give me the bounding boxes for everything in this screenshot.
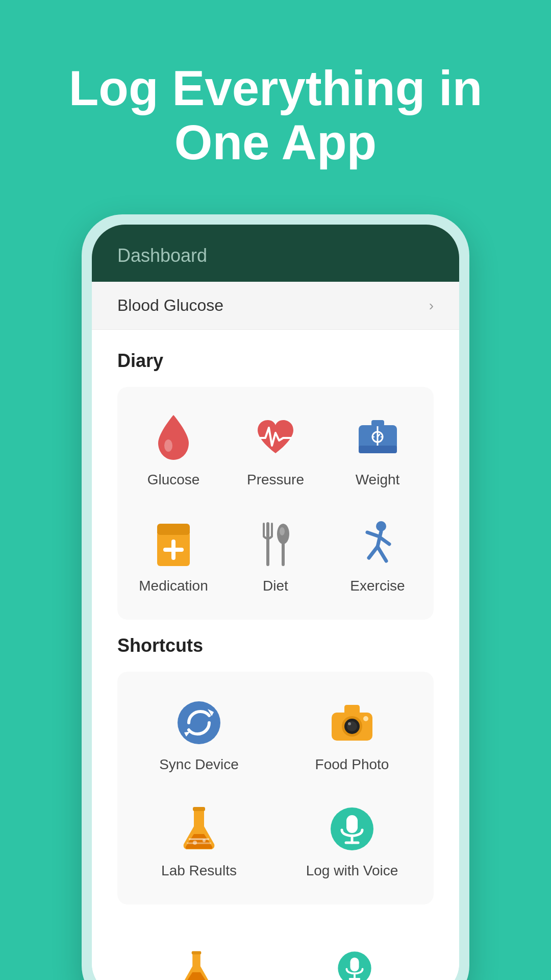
blood-glucose-row[interactable]: Blood Glucose ›	[92, 282, 459, 330]
svg-rect-4	[371, 420, 384, 426]
phone-inner: Dashboard Blood Glucose › Diary	[92, 225, 459, 980]
weight-icon	[356, 418, 399, 458]
log-voice-icon	[329, 806, 375, 852]
svg-line-26	[380, 537, 389, 544]
exercise-icon	[360, 521, 395, 567]
lab-results-icon	[179, 806, 219, 852]
svg-line-27	[369, 547, 378, 558]
diet-icon-wrapper	[250, 519, 301, 570]
bottom-peek	[92, 925, 459, 980]
bottom-icon-1	[179, 950, 214, 980]
shortcut-item-sync-device[interactable]: Sync Device	[128, 687, 270, 783]
phone-container: Dashboard Blood Glucose › Diary	[82, 214, 469, 980]
svg-rect-49	[350, 958, 359, 971]
glucose-label: Glucose	[147, 472, 200, 488]
svg-point-37	[363, 716, 368, 721]
lab-results-icon-wrapper	[173, 803, 224, 854]
diary-item-medication[interactable]: Medication	[128, 508, 219, 604]
medication-label: Medication	[139, 578, 208, 594]
svg-point-36	[348, 722, 351, 725]
weight-label: Weight	[356, 472, 400, 488]
svg-line-28	[378, 547, 386, 561]
medication-icon-wrapper	[148, 519, 199, 570]
sync-device-icon	[176, 700, 222, 746]
hero-title: Log Everything in One App	[0, 0, 551, 200]
diary-item-pressure[interactable]: Pressure	[230, 402, 321, 498]
diary-item-exercise[interactable]: Exercise	[332, 508, 423, 604]
svg-point-0	[164, 439, 172, 452]
exercise-label: Exercise	[350, 578, 405, 594]
chevron-right-icon: ›	[429, 298, 434, 314]
svg-rect-47	[192, 951, 202, 954]
diet-label: Diet	[263, 578, 288, 594]
medication-icon	[153, 521, 194, 567]
shortcut-item-log-voice[interactable]: Log with Voice	[281, 793, 423, 889]
svg-point-22	[280, 527, 285, 535]
glucose-icon-wrapper	[148, 412, 199, 463]
sync-icon-wrapper	[173, 697, 224, 748]
diet-icon	[258, 521, 293, 567]
log-voice-icon-wrapper	[327, 803, 378, 854]
diary-item-diet[interactable]: Diet	[230, 508, 321, 604]
bottom-lab-icon	[179, 950, 214, 980]
pressure-icon	[253, 418, 298, 458]
svg-rect-40	[193, 807, 205, 811]
diary-items-grid: Glucose Pressure	[128, 402, 423, 604]
shortcuts-grid: Sync Device	[117, 672, 434, 904]
dashboard-title: Dashboard	[117, 245, 434, 266]
svg-rect-44	[346, 815, 358, 833]
svg-line-25	[367, 532, 379, 536]
shortcuts-section-title: Shortcuts	[117, 635, 434, 656]
pressure-icon-wrapper	[250, 412, 301, 463]
lab-results-label: Lab Results	[161, 863, 237, 879]
main-panel: Diary Glucose	[92, 330, 459, 925]
phone-header: Dashboard	[92, 225, 459, 282]
shortcut-item-food-photo[interactable]: Food Photo	[281, 687, 423, 783]
bottom-icon-2	[337, 950, 372, 980]
weight-icon-wrapper	[352, 412, 403, 463]
diary-item-glucose[interactable]: Glucose	[128, 402, 219, 498]
food-photo-icon-wrapper	[327, 697, 378, 748]
log-voice-label: Log with Voice	[306, 863, 398, 879]
diary-grid: Glucose Pressure	[117, 387, 434, 620]
food-photo-icon	[329, 702, 375, 743]
glucose-icon	[153, 415, 194, 461]
phone-frame: Dashboard Blood Glucose › Diary	[82, 214, 469, 980]
svg-rect-2	[359, 446, 397, 453]
svg-point-41	[193, 841, 197, 845]
food-photo-label: Food Photo	[315, 756, 389, 773]
sync-device-label: Sync Device	[159, 756, 239, 773]
svg-rect-13	[157, 529, 190, 533]
shortcuts-items-grid: Sync Device	[128, 687, 423, 889]
exercise-icon-wrapper	[352, 519, 403, 570]
pressure-label: Pressure	[247, 472, 304, 488]
diary-section-title: Diary	[117, 350, 434, 372]
blood-glucose-label: Blood Glucose	[117, 296, 223, 315]
bottom-voice-icon	[337, 950, 372, 980]
diary-item-weight[interactable]: Weight	[332, 402, 423, 498]
svg-point-29	[178, 701, 220, 744]
shortcut-item-lab-results[interactable]: Lab Results	[128, 793, 270, 889]
svg-point-42	[203, 839, 206, 842]
